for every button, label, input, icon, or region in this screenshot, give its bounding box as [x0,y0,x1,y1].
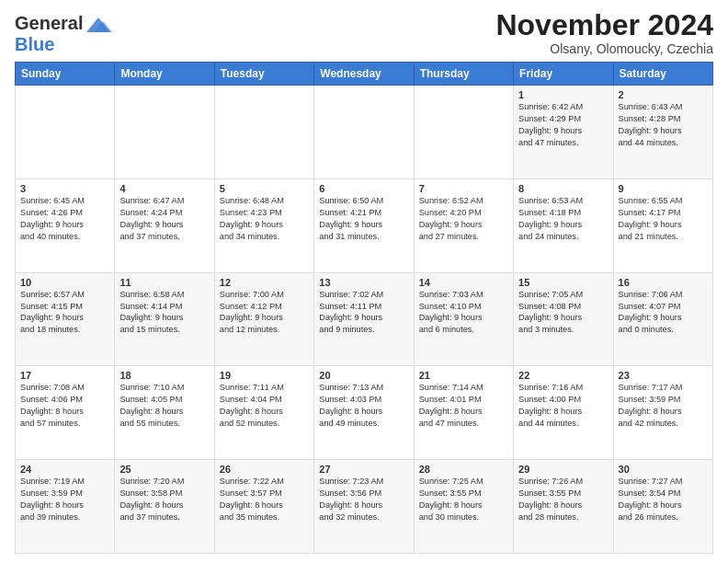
day-number: 17 [20,370,109,381]
table-row: 23Sunrise: 7:17 AM Sunset: 3:59 PM Dayli… [613,366,712,460]
table-row [16,86,115,179]
day-info: Sunrise: 7:06 AM Sunset: 4:07 PM Dayligh… [619,289,708,337]
calendar-week-row: 24Sunrise: 7:19 AM Sunset: 3:59 PM Dayli… [16,460,713,554]
title-block: November 2024 Olsany, Olomoucky, Czechia [495,9,713,56]
day-number: 7 [419,183,508,194]
logo-icon [85,14,112,34]
day-info: Sunrise: 6:45 AM Sunset: 4:26 PM Dayligh… [20,195,109,243]
day-number: 22 [518,370,608,381]
day-number: 16 [619,277,708,288]
calendar-week-row: 1Sunrise: 6:42 AM Sunset: 4:29 PM Daylig… [16,86,713,179]
calendar-week-row: 3Sunrise: 6:45 AM Sunset: 4:26 PM Daylig… [16,178,713,272]
table-row: 9Sunrise: 6:55 AM Sunset: 4:17 PM Daylig… [613,178,712,272]
table-row: 12Sunrise: 7:00 AM Sunset: 4:12 PM Dayli… [214,272,313,366]
day-info: Sunrise: 7:16 AM Sunset: 4:00 PM Dayligh… [518,382,608,430]
day-number: 14 [419,277,508,288]
day-info: Sunrise: 7:17 AM Sunset: 3:59 PM Dayligh… [619,382,708,430]
calendar-week-row: 17Sunrise: 7:08 AM Sunset: 4:06 PM Dayli… [16,366,713,460]
table-row: 7Sunrise: 6:52 AM Sunset: 4:20 PM Daylig… [414,178,513,272]
day-number: 5 [220,183,309,194]
day-info: Sunrise: 7:13 AM Sunset: 4:03 PM Dayligh… [319,382,408,430]
logo-general: General [15,13,83,34]
day-info: Sunrise: 6:50 AM Sunset: 4:21 PM Dayligh… [319,195,408,243]
day-number: 6 [319,183,408,194]
col-sunday: Sunday [16,63,115,86]
table-row: 10Sunrise: 6:57 AM Sunset: 4:15 PM Dayli… [16,272,115,366]
col-thursday: Thursday [414,63,513,86]
day-info: Sunrise: 6:42 AM Sunset: 4:29 PM Dayligh… [518,101,608,149]
day-number: 11 [119,277,209,288]
table-row: 3Sunrise: 6:45 AM Sunset: 4:26 PM Daylig… [16,178,115,272]
day-info: Sunrise: 7:11 AM Sunset: 4:04 PM Dayligh… [220,382,309,430]
day-info: Sunrise: 7:19 AM Sunset: 3:59 PM Dayligh… [20,476,109,523]
day-info: Sunrise: 7:25 AM Sunset: 3:55 PM Dayligh… [419,476,508,523]
table-row: 16Sunrise: 7:06 AM Sunset: 4:07 PM Dayli… [613,272,712,366]
table-row: 27Sunrise: 7:23 AM Sunset: 3:56 PM Dayli… [314,460,414,554]
header: General Blue November 2024 Olsany, Olomo… [15,9,713,56]
table-row: 17Sunrise: 7:08 AM Sunset: 4:06 PM Dayli… [16,366,115,460]
calendar-table: Sunday Monday Tuesday Wednesday Thursday… [15,62,713,554]
table-row: 29Sunrise: 7:26 AM Sunset: 3:55 PM Dayli… [514,460,613,554]
table-row [115,86,214,179]
table-row [314,86,414,179]
day-number: 10 [20,277,109,288]
calendar-week-row: 10Sunrise: 6:57 AM Sunset: 4:15 PM Dayli… [16,272,713,366]
day-number: 2 [619,89,708,100]
day-number: 30 [619,464,708,475]
day-number: 15 [518,277,608,288]
day-info: Sunrise: 7:26 AM Sunset: 3:55 PM Dayligh… [518,476,608,523]
day-info: Sunrise: 6:57 AM Sunset: 4:15 PM Dayligh… [20,289,109,337]
day-number: 19 [220,370,309,381]
day-info: Sunrise: 6:53 AM Sunset: 4:18 PM Dayligh… [518,195,608,243]
table-row: 25Sunrise: 7:20 AM Sunset: 3:58 PM Dayli… [115,460,214,554]
logo-blue-text: Blue [15,34,54,54]
day-number: 4 [119,183,209,194]
day-info: Sunrise: 7:02 AM Sunset: 4:11 PM Dayligh… [319,289,408,337]
day-info: Sunrise: 7:23 AM Sunset: 3:56 PM Dayligh… [319,476,408,523]
logo: General Blue [15,13,112,55]
day-number: 23 [619,370,708,381]
day-number: 1 [518,89,608,100]
table-row: 30Sunrise: 7:27 AM Sunset: 3:54 PM Dayli… [613,460,712,554]
day-info: Sunrise: 7:08 AM Sunset: 4:06 PM Dayligh… [20,382,109,430]
day-number: 25 [119,464,209,475]
day-info: Sunrise: 6:52 AM Sunset: 4:20 PM Dayligh… [419,195,508,243]
table-row: 21Sunrise: 7:14 AM Sunset: 4:01 PM Dayli… [414,366,513,460]
table-row [214,86,313,179]
col-monday: Monday [115,63,214,86]
day-number: 29 [518,464,608,475]
day-info: Sunrise: 7:22 AM Sunset: 3:57 PM Dayligh… [220,476,309,523]
day-number: 21 [419,370,508,381]
day-info: Sunrise: 7:27 AM Sunset: 3:54 PM Dayligh… [619,476,708,523]
day-info: Sunrise: 6:58 AM Sunset: 4:14 PM Dayligh… [119,289,209,337]
day-info: Sunrise: 6:43 AM Sunset: 4:28 PM Dayligh… [619,101,708,149]
logo-line2: Blue [15,34,112,55]
col-wednesday: Wednesday [314,63,414,86]
day-number: 12 [220,277,309,288]
day-info: Sunrise: 6:55 AM Sunset: 4:17 PM Dayligh… [619,195,708,243]
day-number: 3 [20,183,109,194]
table-row: 5Sunrise: 6:48 AM Sunset: 4:23 PM Daylig… [214,178,313,272]
col-friday: Friday [514,63,613,86]
day-number: 13 [319,277,408,288]
logo-line1: General [15,13,112,34]
table-row: 15Sunrise: 7:05 AM Sunset: 4:08 PM Dayli… [514,272,613,366]
day-number: 20 [319,370,408,381]
table-row: 22Sunrise: 7:16 AM Sunset: 4:00 PM Dayli… [514,366,613,460]
day-info: Sunrise: 7:10 AM Sunset: 4:05 PM Dayligh… [119,382,209,430]
day-info: Sunrise: 7:03 AM Sunset: 4:10 PM Dayligh… [419,289,508,337]
calendar-header-row: Sunday Monday Tuesday Wednesday Thursday… [16,63,713,86]
day-number: 18 [119,370,209,381]
day-number: 8 [518,183,608,194]
page: General Blue November 2024 Olsany, Olomo… [0,0,728,563]
month-title: November 2024 [495,9,713,41]
day-number: 26 [220,464,309,475]
table-row: 1Sunrise: 6:42 AM Sunset: 4:29 PM Daylig… [514,86,613,179]
day-info: Sunrise: 7:20 AM Sunset: 3:58 PM Dayligh… [119,476,209,523]
day-info: Sunrise: 7:05 AM Sunset: 4:08 PM Dayligh… [518,289,608,337]
table-row: 24Sunrise: 7:19 AM Sunset: 3:59 PM Dayli… [16,460,115,554]
table-row: 20Sunrise: 7:13 AM Sunset: 4:03 PM Dayli… [314,366,414,460]
table-row [414,86,513,179]
day-number: 28 [419,464,508,475]
col-saturday: Saturday [613,63,712,86]
